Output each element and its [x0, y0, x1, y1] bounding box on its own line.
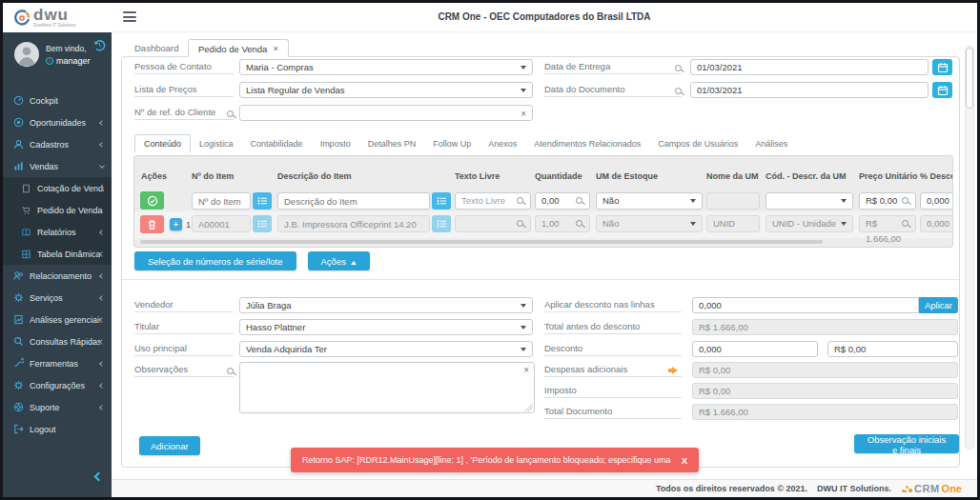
history-icon[interactable] — [93, 38, 106, 55]
clear-icon[interactable]: × — [521, 107, 526, 121]
sidebar-item-analises-gerenciais[interactable]: Análises gerenciais — [3, 309, 112, 330]
divider — [122, 279, 959, 280]
data-documento-calendar-button[interactable] — [932, 82, 952, 98]
ref-cliente-label: Nº de ref. do Cliente — [134, 107, 234, 120]
desconto-valor-input[interactable] — [827, 341, 958, 357]
arrow-right-icon[interactable] — [668, 367, 682, 374]
tab-dashboard[interactable]: Dashboard — [125, 40, 188, 56]
entry-item-input[interactable] — [192, 192, 251, 210]
life-ring-icon — [13, 402, 24, 412]
observacoes-textarea[interactable]: × — [239, 362, 535, 413]
row-item-input[interactable] — [192, 215, 251, 232]
vertical-scrollbar-thumb[interactable] — [966, 48, 973, 109]
app-title: CRM One - OEC Computadores do Brasil LTD… — [112, 11, 977, 22]
sidebar-item-cadastros[interactable]: Cadastros — [3, 133, 112, 155]
table-horizontal-scrollbar[interactable] — [140, 240, 823, 244]
total-documento-label: Total Documento — [544, 406, 682, 419]
company-text: DWU IT Solutions. — [817, 484, 891, 493]
gauge-icon — [13, 95, 24, 106]
titular-select[interactable]: Hasso Plattner — [239, 319, 533, 335]
tab-pedido-de-venda[interactable]: Pedido de Venda × — [188, 39, 289, 57]
serie-lote-button[interactable]: Seleção de números de série/lote — [134, 251, 296, 270]
sidebar-item-relacionamento[interactable]: Relacionamento — [3, 265, 112, 287]
adicionar-button[interactable]: Adicionar — [139, 436, 200, 455]
chevron-left-icon — [99, 361, 105, 367]
search-icon — [517, 197, 523, 204]
resize-grip-icon[interactable] — [525, 404, 533, 411]
entry-cod-um-select[interactable] — [766, 192, 853, 210]
row-item-list-button[interactable] — [253, 215, 272, 232]
row-nome-um-input: UNID — [706, 215, 760, 232]
list-icon — [257, 196, 268, 206]
sidebar-item-suporte[interactable]: Suporte — [3, 396, 112, 418]
sidebar-item-logout[interactable]: Logout — [3, 418, 112, 440]
aplicar-button[interactable]: Aplicar — [919, 297, 958, 313]
sidebar-item-cockpit[interactable]: Cockpit — [3, 90, 112, 111]
vertical-scrollbar-track[interactable] — [965, 46, 974, 450]
toast-close-button[interactable]: X — [682, 455, 687, 466]
sidebar-item-tabela-dinamica[interactable]: Tabela Dinâmica — [3, 243, 112, 265]
tab-atendimentos-relacionados[interactable]: Atendimentos Relacionados — [525, 135, 649, 152]
entry-preco-input[interactable]: R$ 0,00 — [859, 192, 916, 210]
row-desc-list-button[interactable] — [432, 215, 451, 232]
list-icon — [437, 219, 447, 229]
report-chart-icon — [13, 314, 24, 325]
chevron-left-icon — [99, 405, 105, 410]
tab-follow-up[interactable]: Follow Up — [424, 135, 480, 152]
sidebar-item-ferramentas[interactable]: Ferramentas — [3, 352, 112, 374]
data-documento-input[interactable] — [690, 82, 929, 98]
tab-conteudo[interactable]: Conteúdo — [134, 134, 191, 152]
sidebar-item-cotacao-de-venda[interactable]: Cotação de Venda — [3, 177, 112, 199]
sidebar-item-oportunidades[interactable]: Oportunidades — [3, 111, 112, 133]
row-desc-input[interactable] — [277, 215, 430, 232]
sidebar-item-vendas[interactable]: Vendas — [3, 155, 112, 177]
tab-logistica[interactable]: Logistica — [191, 135, 242, 152]
chevron-left-icon — [99, 142, 105, 148]
entry-desconto-input[interactable]: 0,000 — [920, 192, 953, 210]
vendedor-select[interactable]: Júlia Braga — [239, 297, 533, 313]
tab-campos-de-usuarios[interactable]: Campos de Usuários — [649, 135, 746, 152]
delete-row-button[interactable] — [140, 215, 164, 233]
sidebar-item-pedido-de-venda[interactable]: Pedido de Venda — [3, 199, 112, 221]
entry-desc-list-button[interactable] — [432, 192, 451, 210]
sidebar-item-consultas-rapidas[interactable]: Consultas Rápidas — [3, 330, 112, 352]
aplicar-desconto-input[interactable] — [692, 297, 919, 313]
sidebar-item-relatorios[interactable]: Relatórios — [3, 221, 112, 243]
confirm-row-button[interactable] — [140, 191, 164, 210]
data-entrega-input[interactable] — [690, 59, 929, 75]
uso-principal-select[interactable]: Venda Adquirida Ter — [239, 341, 533, 357]
despesas-value: R$ 0,00 — [692, 362, 958, 378]
sidebar-item-servicos[interactable]: Serviços — [3, 287, 112, 309]
tab-imposto[interactable]: Imposto — [312, 135, 359, 152]
tab-anexos[interactable]: Anexos — [480, 135, 525, 152]
tab-contabilidade[interactable]: Contabilidade — [242, 135, 312, 152]
entry-item-list-button[interactable] — [253, 192, 272, 210]
tab-close-icon[interactable]: × — [273, 44, 277, 53]
avatar — [14, 42, 39, 67]
pessoa-contato-select[interactable]: Maria - Compras — [239, 59, 533, 75]
entry-texto-input[interactable]: Texto Livre — [455, 192, 531, 210]
search-icon — [902, 197, 909, 204]
observacao-iniciais-finais-button[interactable]: Observação iniciais e finais — [854, 434, 959, 453]
topbar: CRM One - OEC Computadores do Brasil LTD… — [112, 3, 977, 32]
entry-quantidade-input[interactable]: 0,00 — [535, 192, 590, 210]
search-icon — [576, 197, 582, 204]
list-icon — [257, 219, 268, 229]
data-entrega-calendar-button[interactable] — [932, 59, 952, 75]
row-quantidade-input: 1,00 — [535, 215, 590, 232]
expand-row-button[interactable]: + — [170, 218, 182, 230]
sidebar-collapse-icon[interactable] — [94, 472, 104, 482]
tab-analises[interactable]: Análises — [746, 135, 796, 152]
clear-icon[interactable]: × — [523, 365, 529, 375]
sidebar-item-configuracoes[interactable]: Configurações — [3, 374, 112, 396]
people-icon — [13, 270, 24, 281]
entry-desc-input[interactable] — [277, 192, 430, 210]
col-header-acoes: Ações — [141, 171, 167, 181]
ref-cliente-input[interactable]: × — [239, 105, 533, 121]
acoes-button[interactable]: Ações — [308, 251, 370, 270]
desconto-pct-input[interactable] — [692, 341, 818, 357]
tab-detalhes-pn[interactable]: Detalhes PN — [359, 135, 425, 152]
uso-principal-label: Uso principal — [134, 343, 234, 356]
lista-precos-select[interactable]: Lista Regular de Vendas — [239, 82, 533, 98]
entry-um-estoque-select[interactable]: Não — [596, 192, 703, 210]
